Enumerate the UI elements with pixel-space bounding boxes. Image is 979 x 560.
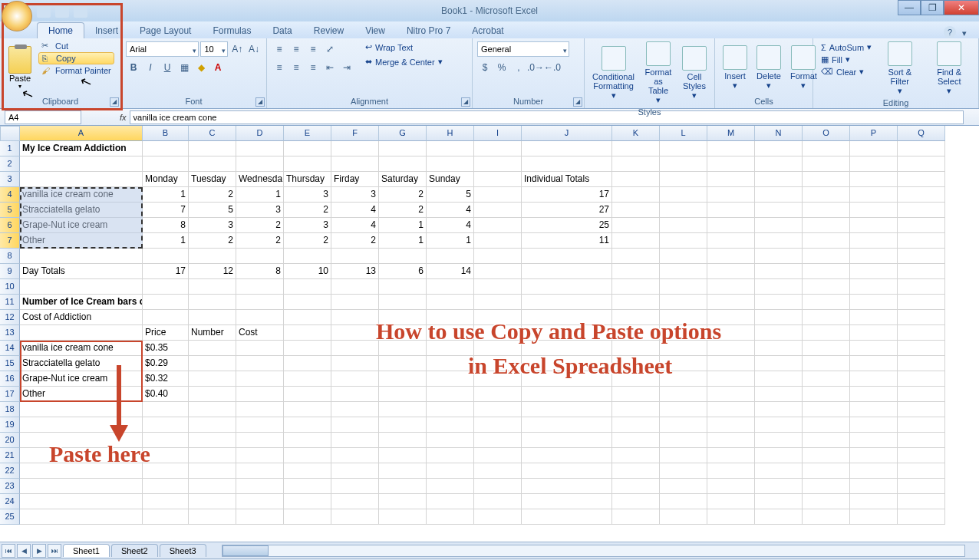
cell[interactable]: 2 <box>379 203 427 218</box>
cell[interactable] <box>427 509 474 525</box>
minimize-button[interactable]: — <box>898 0 921 15</box>
cell[interactable] <box>850 233 898 249</box>
sheet-nav-first[interactable]: ⏮ <box>2 544 15 558</box>
cell[interactable] <box>236 402 284 417</box>
cell[interactable] <box>803 310 850 325</box>
cell[interactable] <box>427 356 474 371</box>
align-bottom-button[interactable]: ≡ <box>305 41 321 57</box>
cell[interactable] <box>612 479 660 494</box>
cell[interactable]: 2 <box>236 218 284 233</box>
cell[interactable] <box>898 341 945 356</box>
cell[interactable] <box>850 509 898 525</box>
cell[interactable] <box>236 371 284 387</box>
cell[interactable] <box>898 417 945 433</box>
cell[interactable] <box>755 295 803 310</box>
cell[interactable] <box>898 233 945 249</box>
cell[interactable] <box>898 295 945 310</box>
cell[interactable] <box>707 233 755 249</box>
cell[interactable] <box>803 494 850 509</box>
cell[interactable] <box>284 463 331 479</box>
cell[interactable] <box>379 479 427 494</box>
cell[interactable] <box>331 310 379 325</box>
cell[interactable]: 1 <box>143 187 189 203</box>
align-left-button[interactable]: ≡ <box>272 60 287 75</box>
cell[interactable] <box>331 141 379 156</box>
cell[interactable] <box>20 402 143 417</box>
row-header[interactable]: 16 <box>0 371 20 387</box>
cell[interactable] <box>612 172 660 187</box>
column-header[interactable]: A <box>20 126 143 141</box>
cell[interactable]: 7 <box>143 203 189 218</box>
cell[interactable] <box>612 233 660 249</box>
cell[interactable] <box>898 218 945 233</box>
cell[interactable] <box>803 172 850 187</box>
cell[interactable] <box>522 279 612 295</box>
office-button[interactable] <box>2 1 32 31</box>
cell[interactable] <box>803 156 850 172</box>
cell[interactable] <box>707 264 755 279</box>
cell[interactable] <box>474 233 522 249</box>
cell[interactable] <box>803 402 850 417</box>
cell[interactable] <box>660 479 707 494</box>
cell[interactable] <box>236 433 284 448</box>
cell[interactable]: Grape-Nut ice cream <box>20 371 143 387</box>
format-as-table-button[interactable]: Format as Table▾ <box>641 40 676 107</box>
row-header[interactable]: 4 <box>0 187 20 203</box>
cell[interactable] <box>755 402 803 417</box>
sheet-tab[interactable]: Sheet3 <box>160 544 206 557</box>
cell[interactable] <box>331 387 379 402</box>
cell[interactable] <box>189 341 236 356</box>
cell[interactable] <box>898 448 945 463</box>
cell[interactable] <box>379 463 427 479</box>
cell[interactable] <box>189 417 236 433</box>
cell[interactable]: $0.40 <box>143 387 189 402</box>
wrap-text-button[interactable]: ↩Wrap Text <box>362 41 446 53</box>
cell[interactable] <box>660 448 707 463</box>
cell[interactable] <box>189 433 236 448</box>
cell[interactable] <box>660 509 707 525</box>
cell[interactable] <box>898 433 945 448</box>
cell[interactable]: 2 <box>189 187 236 203</box>
cell[interactable] <box>707 156 755 172</box>
sort-filter-button[interactable]: Sort & Filter▾ <box>878 40 921 97</box>
cell[interactable] <box>850 249 898 264</box>
cell[interactable]: Tuesday <box>189 172 236 187</box>
cell[interactable] <box>522 387 612 402</box>
minimize-ribbon-icon[interactable]: ▾ <box>962 28 967 38</box>
cell[interactable] <box>898 463 945 479</box>
cell[interactable] <box>522 509 612 525</box>
cell[interactable] <box>236 494 284 509</box>
cell[interactable] <box>898 325 945 341</box>
cell[interactable] <box>850 494 898 509</box>
number-format-combo[interactable]: General <box>477 41 569 57</box>
cell[interactable] <box>427 141 474 156</box>
cell[interactable] <box>331 509 379 525</box>
cell[interactable]: Stracciatella gelato <box>20 356 143 371</box>
cell[interactable] <box>612 295 660 310</box>
cell[interactable] <box>284 310 331 325</box>
cell[interactable] <box>379 295 427 310</box>
grow-font-button[interactable]: A↑ <box>229 41 245 57</box>
cell[interactable]: 3 <box>284 218 331 233</box>
cell[interactable] <box>284 448 331 463</box>
tab-acrobat[interactable]: Acrobat <box>461 23 514 38</box>
cell[interactable] <box>379 249 427 264</box>
cell[interactable] <box>755 387 803 402</box>
cell[interactable] <box>331 417 379 433</box>
cell[interactable] <box>284 141 331 156</box>
cell[interactable]: 3 <box>189 218 236 233</box>
tab-formulas[interactable]: Formulas <box>202 23 262 38</box>
cell[interactable] <box>898 356 945 371</box>
cell[interactable] <box>474 295 522 310</box>
cell[interactable] <box>427 448 474 463</box>
cell[interactable] <box>236 387 284 402</box>
paste-button[interactable]: Paste ▾ <box>5 40 35 96</box>
cell[interactable] <box>284 325 331 341</box>
cell[interactable]: 5 <box>427 187 474 203</box>
cell[interactable]: 2 <box>236 233 284 249</box>
cell[interactable] <box>612 387 660 402</box>
cell[interactable] <box>427 371 474 387</box>
cell[interactable] <box>850 479 898 494</box>
cell[interactable] <box>707 141 755 156</box>
cell[interactable] <box>522 402 612 417</box>
